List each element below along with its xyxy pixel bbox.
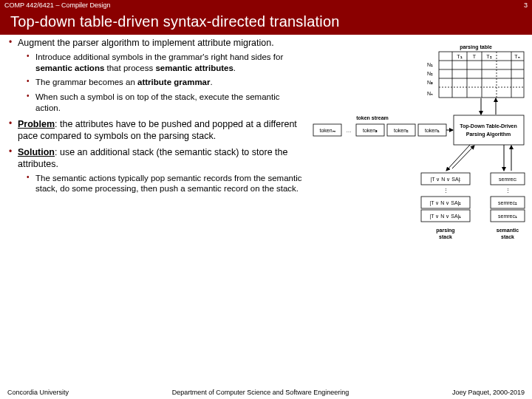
bullet-2: Problem: the attributes have to be pushe… bbox=[7, 118, 303, 142]
tok-1: token₁ bbox=[425, 128, 440, 133]
tok-dots: … bbox=[347, 128, 352, 133]
sstack-1: semrec₁ bbox=[498, 214, 517, 219]
col-t1: T₁ bbox=[457, 54, 462, 59]
pstack-dots: ⋮ bbox=[443, 188, 449, 193]
b1a-end: semantic attributes bbox=[155, 64, 233, 72]
label-token-stream: token stream bbox=[356, 115, 389, 120]
bullet-1-text: Augment the parser algorithm to implemen… bbox=[18, 38, 274, 48]
b2-label: Problem bbox=[18, 119, 55, 129]
bullet-1c: When such a symbol is on top of the stac… bbox=[27, 92, 303, 113]
header-bar: COMP 442/6421 – Compiler Design 3 bbox=[0, 0, 532, 10]
footer-center: Department of Computer Science and Softw… bbox=[172, 389, 349, 396]
b1a-mid: that process bbox=[104, 64, 155, 72]
b2-body: : the attributes have to be pushed and p… bbox=[18, 119, 297, 141]
col-t2: T₂ bbox=[486, 54, 491, 59]
sstack-i: semrecᵢ bbox=[499, 177, 516, 182]
svg-line-19 bbox=[452, 146, 474, 168]
row-n1: N₁ bbox=[427, 62, 433, 67]
bullet-1b: The grammar becomes an attribute grammar… bbox=[27, 77, 303, 88]
footer-right: Joey Paquet, 2000-2019 bbox=[452, 389, 525, 396]
bullet-3: Solution: use an additional stack (the s… bbox=[7, 146, 303, 194]
col-tn: Tₙ bbox=[514, 54, 519, 59]
slide-title: Top-down table-driven syntax-directed tr… bbox=[0, 10, 532, 35]
col-t: T bbox=[473, 54, 477, 59]
label-parsing-stack: parsingstack bbox=[436, 228, 454, 239]
algo-line1: Top-Down Table-Driven bbox=[460, 123, 517, 129]
pstack-i: |T ∨ N ∨ SA|ᵢ bbox=[431, 177, 461, 183]
row-n2: N₂ bbox=[427, 71, 433, 76]
row-nn: Nₙ bbox=[427, 91, 433, 96]
sstack-2: semrec₂ bbox=[498, 200, 517, 205]
tok-m: tokenₘ bbox=[319, 128, 335, 133]
footer-left: Concordia University bbox=[7, 389, 69, 396]
bullet-3a: The semantic actions typically pop seman… bbox=[27, 173, 303, 194]
algo-line2: Parsing Algorithm bbox=[466, 132, 511, 137]
b1b-pre: The grammar becomes an bbox=[35, 78, 137, 86]
course-code: COMP 442/6421 – Compiler Design bbox=[4, 0, 110, 10]
footer: Concordia University Department of Compu… bbox=[0, 389, 532, 396]
b3-body: : use an additional stack (the semantic … bbox=[18, 147, 287, 169]
bullet-1a: Introduce additional symbols in the gram… bbox=[27, 52, 303, 73]
sstack-dots: ⋮ bbox=[505, 188, 511, 193]
label-parsing-table: parsing table bbox=[460, 44, 492, 50]
row-n3: N₃ bbox=[427, 80, 433, 85]
tok-3: token₃ bbox=[363, 128, 378, 133]
pstack-2: |T ∨ N ∨ SA|₂ bbox=[430, 200, 462, 206]
parse-diagram: parsing table T₁ T T₂ Tₙ N₁ N₂ N₃ Nₙ tok… bbox=[306, 41, 528, 270]
b1b-ag: attribute grammar bbox=[137, 78, 210, 86]
tok-2: token₂ bbox=[394, 128, 409, 133]
b1b-dot: . bbox=[210, 78, 212, 86]
bullet-1: Augment the parser algorithm to implemen… bbox=[7, 37, 303, 114]
label-semantic-stack: semanticstack bbox=[497, 228, 519, 239]
slide-content: Augment the parser algorithm to implemen… bbox=[7, 37, 303, 199]
pstack-1: |T ∨ N ∨ SA|₁ bbox=[430, 214, 462, 219]
b1a-dot: . bbox=[233, 64, 236, 72]
svg-line-18 bbox=[446, 145, 470, 171]
b3-label: Solution bbox=[18, 147, 55, 157]
svg-rect-14 bbox=[454, 115, 524, 145]
b1a-pre: Introduce additional symbols in the gram… bbox=[35, 52, 283, 61]
page-number: 3 bbox=[524, 0, 528, 10]
b1a-sa: semantic actions bbox=[35, 64, 104, 72]
